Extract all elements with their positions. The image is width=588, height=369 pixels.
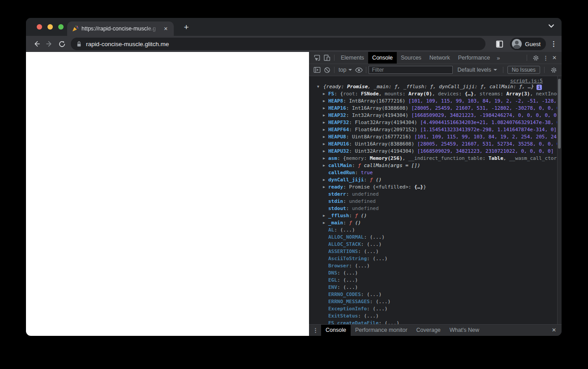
console-row[interactable]: ▶HEAPU16: Uint16Array(8388608) [28005, 2… [309, 141, 557, 148]
maximize-window-button[interactable] [58, 24, 64, 30]
console-log-area: script.js:5 ▼{ready: Promise, _main: ƒ, … [309, 76, 562, 324]
page-viewport[interactable] [26, 52, 309, 336]
expand-arrow-icon[interactable]: ▼ [317, 83, 319, 90]
expand-arrow-icon[interactable]: ▶ [323, 141, 325, 148]
expand-arrow-icon[interactable]: ▶ [323, 219, 325, 227]
console-row[interactable]: ▶dynCall_jiji: ƒ () [309, 176, 557, 184]
profile-button[interactable]: Guest [510, 38, 546, 50]
console-sidebar-icon[interactable] [312, 65, 322, 75]
lazy-accessor[interactable]: (...) [343, 270, 358, 276]
drawer-tab-performance-monitor[interactable]: Performance monitor [351, 325, 412, 336]
expand-arrow-icon[interactable]: ▶ [323, 212, 325, 219]
lazy-accessor[interactable]: (...) [367, 292, 382, 297]
console-row[interactable]: ▶HEAPF64: Float64Array(2097152) [1.15454… [309, 126, 557, 133]
lazy-accessor[interactable]: (...) [364, 313, 378, 319]
browser-tab[interactable]: https://rapid-concise-muscle.g ✕ [67, 21, 174, 36]
console-text: : [361, 241, 367, 247]
console-text: callMain(args = []) [364, 163, 420, 168]
lazy-accessor[interactable]: (...) [385, 320, 399, 324]
devtools-tab-sources[interactable]: Sources [397, 52, 425, 64]
console-text: Browser [328, 263, 349, 269]
clear-console-icon[interactable] [322, 65, 332, 75]
console-row[interactable]: ▶FS: {root: FSNode, mounts: Array(0), de… [309, 90, 557, 98]
console-text: HEAPF64 [328, 127, 349, 133]
tab-close-icon[interactable]: ✕ [162, 26, 169, 32]
console-row[interactable]: ▶HEAPU32: Uint32Array(4194304) [16685090… [309, 148, 557, 155]
drawer-close-icon[interactable]: ✕ [550, 327, 558, 333]
expand-arrow-icon[interactable]: ▶ [323, 105, 325, 112]
drawer-menu-icon[interactable]: ⋮ [313, 327, 318, 334]
console-row[interactable]: ▶HEAP32: Int32Array(4194304) [1668509029… [309, 112, 557, 119]
console-settings-gear-icon[interactable] [549, 65, 558, 75]
console-row[interactable]: ▶HEAP8: Int8Array(16777216) [101, 109, 1… [309, 98, 557, 105]
expand-arrow-icon[interactable]: ▶ [323, 90, 325, 98]
lazy-accessor[interactable]: (...) [367, 241, 382, 247]
lazy-accessor[interactable]: (...) [355, 263, 370, 269]
console-row: FS_createDataFile: (...) [309, 320, 557, 324]
inspect-element-icon[interactable] [312, 53, 322, 63]
expand-arrow-icon[interactable]: ▶ [323, 112, 325, 119]
expand-arrow-icon[interactable]: ▶ [323, 126, 325, 133]
console-text: : [349, 127, 355, 133]
lazy-accessor[interactable]: (...) [343, 277, 358, 283]
expand-arrow-icon[interactable]: ▶ [323, 148, 325, 155]
devtools-tab-console[interactable]: Console [368, 52, 397, 64]
filter-input[interactable] [369, 66, 453, 74]
devtools-tab-elements[interactable]: Elements [337, 52, 368, 64]
console-row[interactable]: ▼{ready: Promise, _main: ƒ, _fflush: ƒ, … [309, 83, 557, 90]
console-text: ƒ [370, 177, 376, 183]
forward-button[interactable] [43, 38, 56, 50]
lazy-accessor[interactable]: (...) [373, 256, 387, 262]
more-panels-icon[interactable]: » [494, 55, 502, 61]
devtools-tab-network[interactable]: Network [425, 52, 454, 64]
device-toolbar-icon[interactable] [322, 53, 332, 63]
console-text: : [364, 177, 369, 183]
devtools-menu-icon[interactable]: ⋮ [543, 55, 549, 61]
lazy-accessor[interactable]: (...) [343, 284, 358, 290]
console-row[interactable]: ▶_main: ƒ () [309, 219, 557, 227]
lazy-accessor[interactable]: (...) [376, 299, 391, 305]
devtools-settings-gear-icon[interactable] [531, 53, 541, 63]
lazy-accessor[interactable]: (...) [340, 227, 355, 233]
expand-arrow-icon[interactable]: ▶ [323, 176, 325, 184]
drawer-tab-what-s-new[interactable]: What's New [445, 325, 484, 336]
lazy-accessor[interactable]: (...) [373, 306, 387, 312]
console-row[interactable]: ▶asm: {memory: Memory(256), __indirect_f… [309, 155, 557, 162]
console-row[interactable]: ▶HEAPF32: Float32Array(4194304) [4.49044… [309, 119, 557, 126]
log-levels-dropdown[interactable]: Default levels [456, 67, 499, 73]
expand-arrow-icon[interactable]: ▶ [323, 184, 325, 191]
reload-button[interactable] [56, 38, 68, 50]
context-selector[interactable]: top [337, 67, 354, 73]
drawer-tab-console[interactable]: Console [321, 325, 351, 336]
tab-search-chevron-icon[interactable] [548, 24, 554, 28]
console-row[interactable]: ▶callMain: ƒ callMain(args = []) [309, 162, 557, 169]
url-bar[interactable]: rapid-concise-muscle.glitch.me [71, 38, 485, 50]
lazy-accessor[interactable]: (...) [364, 249, 378, 254]
lazy-accessor[interactable]: (...) [370, 234, 385, 240]
console-text: : [370, 299, 376, 305]
expand-arrow-icon[interactable]: ▶ [323, 162, 325, 169]
minimize-window-button[interactable] [47, 24, 53, 30]
issues-counter-button[interactable]: No Issues [507, 66, 540, 74]
browser-menu-icon[interactable]: ⋮ [550, 40, 557, 48]
expand-arrow-icon[interactable]: ▶ [323, 155, 325, 162]
expand-arrow-icon[interactable]: ▶ [323, 133, 325, 141]
back-button[interactable] [30, 38, 43, 50]
devtools-close-icon[interactable]: ✕ [550, 55, 558, 61]
console-row[interactable]: ▶ready: Promise {<fulfilled>: {…}} [309, 184, 557, 191]
expand-arrow-icon[interactable]: ▶ [323, 98, 325, 105]
expand-arrow-icon[interactable]: ▶ [323, 119, 325, 126]
new-tab-button[interactable]: + [181, 22, 192, 33]
console-row: ExceptionInfo: (...) [309, 305, 557, 313]
console-row[interactable]: ▶HEAPU8: Uint8Array(16777216) [101, 109,… [309, 133, 557, 141]
console-scrollbar[interactable] [557, 76, 562, 324]
scrollbar-thumb[interactable] [558, 79, 561, 149]
console-text: , [379, 91, 385, 97]
close-window-button[interactable] [37, 24, 42, 30]
devtools-tab-performance[interactable]: Performance [454, 52, 494, 64]
console-row[interactable]: ▶HEAP16: Int16Array(8388608) [28005, 254… [309, 105, 557, 112]
side-panel-icon[interactable] [493, 38, 506, 50]
console-row[interactable]: ▶_fflush: ƒ () [309, 212, 557, 219]
live-expression-eye-icon[interactable] [354, 65, 364, 75]
drawer-tab-coverage[interactable]: Coverage [412, 325, 445, 336]
